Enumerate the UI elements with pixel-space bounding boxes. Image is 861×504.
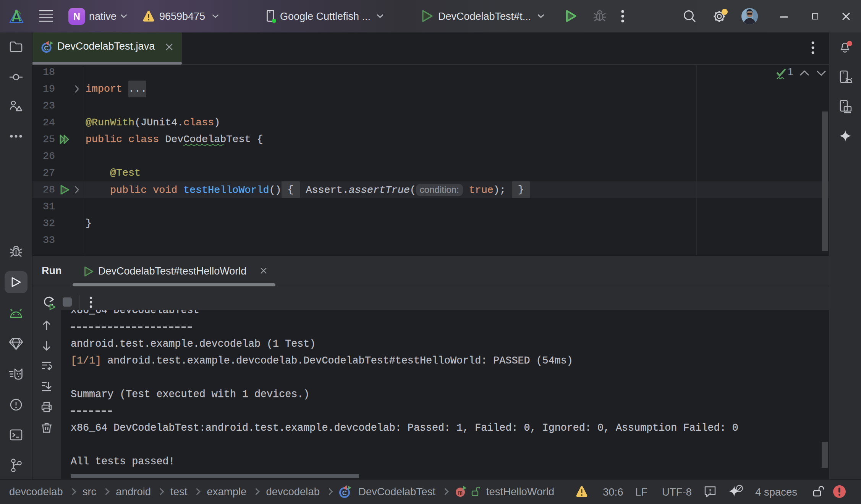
- svg-text:C: C: [342, 489, 347, 497]
- svg-text:m: m: [458, 489, 463, 498]
- svg-text:C: C: [44, 45, 49, 52]
